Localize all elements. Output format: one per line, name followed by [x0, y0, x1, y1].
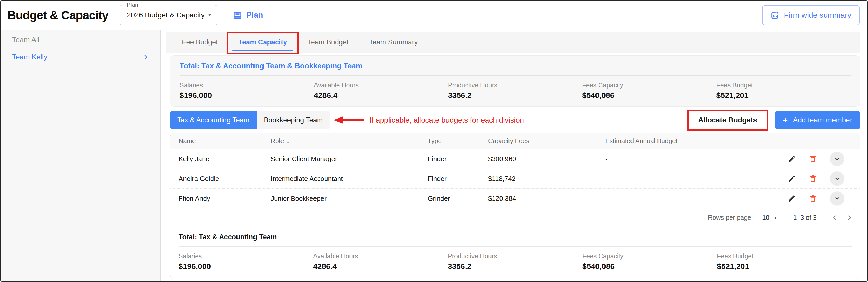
table-row: Ffion Andy Junior Bookkeeper Grinder $12…: [170, 189, 860, 209]
tab-fee-budget[interactable]: Fee Budget: [172, 32, 228, 53]
chevron-down-icon: [830, 172, 844, 186]
cell-role: Intermediate Accountant: [271, 175, 428, 183]
row-actions: [774, 152, 851, 166]
chevron-down-icon: [830, 191, 844, 206]
tab-team-capacity[interactable]: Team Capacity: [228, 32, 298, 53]
plan-link-label: Plan: [246, 10, 263, 20]
column-header-role[interactable]: Role ↓: [271, 137, 428, 145]
expand-row-button[interactable]: [830, 191, 844, 206]
plan-select[interactable]: Plan 2026 Budget & Capacity ▼: [120, 5, 217, 26]
stat-label: Fees Budget: [717, 252, 851, 260]
delete-button[interactable]: [809, 155, 817, 163]
stat-label: Fees Capacity: [582, 81, 716, 89]
rows-per-page-select[interactable]: 10 ▼: [762, 214, 777, 221]
sidebar-item-label: Team Kelly: [12, 53, 48, 61]
budget-capacity-app: Budget & Capacity Plan 2026 Budget & Cap…: [0, 0, 868, 282]
plan-select-label: Plan: [125, 2, 140, 8]
stat-value: 4286.4: [313, 262, 448, 271]
division-tab-tax-accounting[interactable]: Tax & Accounting Team: [170, 111, 256, 129]
cell-name: Aneira Goldie: [179, 175, 271, 183]
cell-estimated-annual-budget: -: [605, 195, 774, 203]
annotation-text: If applicable, allocate budgets for each…: [370, 116, 524, 125]
cell-type: Grinder: [428, 195, 488, 203]
page-nav: [831, 214, 853, 221]
edit-button[interactable]: [788, 155, 796, 163]
stat-value: $196,000: [180, 91, 314, 100]
table-header-row: Name Role ↓ Type Capacity Fees Estimated…: [170, 133, 860, 149]
main-content: Fee Budget Team Capacity Team Budget Tea…: [161, 30, 867, 281]
app-header: Budget & Capacity Plan 2026 Budget & Cap…: [1, 1, 867, 30]
stat-salaries: Salaries $196,000: [180, 81, 314, 100]
stat-value: 3356.2: [448, 91, 582, 100]
cell-capacity-fees: $118,742: [488, 175, 605, 183]
stat-value: $521,201: [717, 262, 851, 271]
stat-value: 3356.2: [448, 262, 582, 271]
totals-section-title: Total: Tax & Accounting Team: [179, 233, 851, 241]
column-header-label: Role: [271, 137, 284, 145]
division-tab-bookkeeping[interactable]: Bookkeeping Team: [256, 111, 330, 129]
chevron-down-icon: ▼: [774, 215, 777, 220]
cell-role: Senior Client Manager: [271, 155, 428, 163]
stat-fees-capacity: Fees Capacity $540,086: [582, 81, 716, 100]
rows-per-page-label: Rows per page:: [708, 214, 753, 221]
tab-bar: Fee Budget Team Capacity Team Budget Tea…: [166, 32, 860, 53]
cell-name: Kelly Jane: [179, 155, 271, 163]
expand-row-button[interactable]: [830, 172, 844, 186]
chevron-down-icon: [830, 152, 844, 166]
rows-per-page-value: 10: [762, 214, 769, 221]
stat-fees-budget: Fees Budget $521,201: [716, 81, 850, 100]
stat-productive-hours: Productive Hours 3356.2: [448, 252, 582, 271]
table-row: Kelly Jane Senior Client Manager Finder …: [170, 149, 860, 169]
tab-label: Team Summary: [369, 38, 418, 46]
active-tab-indicator: [232, 50, 293, 51]
tab-team-summary[interactable]: Team Summary: [359, 32, 428, 53]
add-chart-icon: [771, 11, 779, 20]
next-page-button[interactable]: [846, 214, 853, 221]
annotation-arrow-left-icon: [334, 116, 364, 124]
stat-salaries: Salaries $196,000: [179, 252, 313, 271]
previous-page-button[interactable]: [831, 214, 838, 221]
cell-estimated-annual-budget: -: [605, 155, 774, 163]
delete-button[interactable]: [809, 175, 817, 183]
row-actions: [774, 191, 851, 206]
cell-role: Junior Bookkeeper: [271, 195, 428, 203]
cell-capacity-fees: $120,384: [488, 195, 605, 203]
chevron-right-icon: [142, 54, 149, 61]
add-team-member-button[interactable]: + Add team member: [775, 111, 860, 129]
edit-button[interactable]: [788, 175, 796, 183]
totals-section-tax-accounting: Total: Tax & Accounting Team Salaries $1…: [170, 227, 860, 279]
tab-team-budget[interactable]: Team Budget: [297, 32, 359, 53]
sort-descending-icon[interactable]: ↓: [286, 138, 289, 145]
divider: [180, 75, 850, 76]
expand-row-button[interactable]: [830, 152, 844, 166]
sidebar-item-team-ali[interactable]: Team Ali: [1, 31, 160, 48]
trash-icon: [809, 155, 817, 163]
chevron-left-icon: [831, 214, 838, 221]
table-pagination: Rows per page: 10 ▼ 1–3 of 3: [170, 209, 860, 227]
trash-icon: [809, 195, 817, 203]
stat-label: Productive Hours: [448, 81, 582, 89]
stat-label: Fees Capacity: [582, 252, 717, 260]
plan-link[interactable]: Plan: [233, 10, 263, 20]
stat-label: Salaries: [180, 81, 314, 89]
stat-value: $196,000: [179, 262, 313, 271]
firm-wide-summary-button[interactable]: Firm wide summary: [762, 5, 860, 25]
allocate-budgets-button[interactable]: Allocate Budgets: [689, 111, 766, 129]
sidebar-item-label: Team Ali: [12, 36, 39, 44]
team-members-card: Name Role ↓ Type Capacity Fees Estimated…: [170, 133, 860, 279]
stat-fees-capacity: Fees Capacity $540,086: [582, 252, 717, 271]
edit-button[interactable]: [788, 195, 796, 203]
tab-label: Fee Budget: [182, 38, 218, 46]
cell-name: Ffion Andy: [179, 195, 271, 203]
add-team-member-label: Add team member: [793, 116, 852, 124]
column-header-name: Name: [179, 137, 271, 145]
allocate-budgets-label: Allocate Budgets: [698, 116, 757, 124]
stat-productive-hours: Productive Hours 3356.2: [448, 81, 582, 100]
plan-grid-icon: [233, 10, 242, 20]
delete-button[interactable]: [809, 195, 817, 203]
column-header-capacity-fees: Capacity Fees: [488, 137, 605, 145]
sidebar-item-team-kelly[interactable]: Team Kelly: [1, 48, 160, 66]
totals-stats: Salaries $196,000 Available Hours 4286.4…: [179, 252, 851, 271]
chevron-down-icon: ▼: [208, 12, 212, 18]
row-actions: [774, 172, 851, 186]
